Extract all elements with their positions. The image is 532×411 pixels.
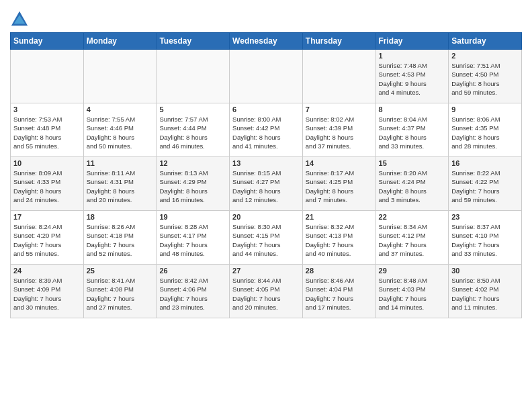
day-info: Sunrise: 8:34 AMSunset: 4:12 PMDaylight:… (379, 222, 446, 258)
week-row-4: 17Sunrise: 8:24 AMSunset: 4:20 PMDayligh… (11, 211, 522, 265)
day-info: Sunrise: 8:06 AMSunset: 4:35 PMDaylight:… (451, 115, 519, 150)
day-number: 19 (159, 213, 226, 221)
day-cell: 10Sunrise: 8:09 AMSunset: 4:33 PMDayligh… (11, 157, 84, 211)
header-cell-friday: Friday (375, 33, 449, 50)
week-row-3: 10Sunrise: 8:09 AMSunset: 4:33 PMDayligh… (11, 157, 522, 211)
logo (10, 10, 31, 29)
day-cell: 8Sunrise: 8:04 AMSunset: 4:37 PMDaylight… (375, 103, 449, 157)
header (10, 7, 522, 29)
day-info: Sunrise: 8:22 AMSunset: 4:22 PMDaylight:… (451, 169, 519, 204)
calendar-header: SundayMondayTuesdayWednesdayThursdayFrid… (11, 33, 522, 50)
day-cell: 13Sunrise: 8:15 AMSunset: 4:27 PMDayligh… (230, 157, 303, 211)
day-info: Sunrise: 8:46 AMSunset: 4:04 PMDaylight:… (306, 276, 373, 312)
day-info: Sunrise: 8:44 AMSunset: 4:05 PMDaylight:… (232, 276, 300, 312)
header-cell-wednesday: Wednesday (230, 33, 303, 50)
day-cell: 19Sunrise: 8:28 AMSunset: 4:17 PMDayligh… (157, 211, 230, 265)
day-cell: 28Sunrise: 8:46 AMSunset: 4:04 PMDayligh… (302, 265, 375, 318)
day-info: Sunrise: 8:02 AMSunset: 4:39 PMDaylight:… (306, 115, 373, 150)
day-number: 20 (232, 213, 300, 221)
header-cell-tuesday: Tuesday (157, 33, 230, 50)
day-cell: 2Sunrise: 7:51 AMSunset: 4:50 PMDaylight… (449, 50, 522, 103)
day-info: Sunrise: 8:00 AMSunset: 4:42 PMDaylight:… (232, 115, 300, 150)
day-cell: 3Sunrise: 7:53 AMSunset: 4:48 PMDaylight… (11, 103, 84, 157)
day-info: Sunrise: 8:32 AMSunset: 4:13 PMDaylight:… (306, 222, 373, 258)
day-cell: 6Sunrise: 8:00 AMSunset: 4:42 PMDaylight… (230, 103, 303, 157)
day-cell: 16Sunrise: 8:22 AMSunset: 4:22 PMDayligh… (449, 157, 522, 211)
day-number: 23 (451, 213, 519, 221)
day-number: 25 (87, 267, 154, 275)
day-number: 2 (451, 52, 519, 60)
logo-icon (10, 10, 29, 29)
day-number: 13 (232, 159, 300, 167)
day-info: Sunrise: 8:04 AMSunset: 4:37 PMDaylight:… (379, 115, 446, 150)
day-cell: 21Sunrise: 8:32 AMSunset: 4:13 PMDayligh… (302, 211, 375, 265)
day-cell: 29Sunrise: 8:48 AMSunset: 4:03 PMDayligh… (375, 265, 449, 318)
day-info: Sunrise: 7:57 AMSunset: 4:44 PMDaylight:… (159, 115, 226, 150)
day-cell: 25Sunrise: 8:41 AMSunset: 4:08 PMDayligh… (83, 265, 157, 318)
day-number: 16 (451, 159, 519, 167)
day-cell (157, 50, 230, 103)
header-cell-monday: Monday (83, 33, 157, 50)
header-cell-saturday: Saturday (449, 33, 522, 50)
day-cell: 15Sunrise: 8:20 AMSunset: 4:24 PMDayligh… (375, 157, 449, 211)
day-number: 10 (13, 159, 81, 167)
day-number: 15 (379, 159, 446, 167)
day-number: 18 (87, 213, 154, 221)
day-cell: 7Sunrise: 8:02 AMSunset: 4:39 PMDaylight… (302, 103, 375, 157)
day-cell: 5Sunrise: 7:57 AMSunset: 4:44 PMDaylight… (157, 103, 230, 157)
day-info: Sunrise: 8:30 AMSunset: 4:15 PMDaylight:… (232, 222, 300, 258)
day-number: 9 (451, 105, 519, 113)
day-cell (302, 50, 375, 103)
day-cell: 27Sunrise: 8:44 AMSunset: 4:05 PMDayligh… (230, 265, 303, 318)
calendar-body: 1Sunrise: 7:48 AMSunset: 4:53 PMDaylight… (11, 50, 522, 318)
day-number: 11 (87, 159, 154, 167)
day-info: Sunrise: 8:13 AMSunset: 4:29 PMDaylight:… (159, 169, 226, 204)
week-row-1: 1Sunrise: 7:48 AMSunset: 4:53 PMDaylight… (11, 50, 522, 103)
header-cell-thursday: Thursday (302, 33, 375, 50)
week-row-5: 24Sunrise: 8:39 AMSunset: 4:09 PMDayligh… (11, 265, 522, 318)
calendar-table: SundayMondayTuesdayWednesdayThursdayFrid… (10, 32, 522, 318)
day-info: Sunrise: 7:51 AMSunset: 4:50 PMDaylight:… (451, 61, 519, 97)
day-cell: 1Sunrise: 7:48 AMSunset: 4:53 PMDaylight… (375, 50, 449, 103)
day-number: 27 (232, 267, 300, 275)
day-info: Sunrise: 8:39 AMSunset: 4:09 PMDaylight:… (13, 276, 81, 312)
day-cell: 20Sunrise: 8:30 AMSunset: 4:15 PMDayligh… (230, 211, 303, 265)
day-number: 6 (232, 105, 300, 113)
day-info: Sunrise: 8:17 AMSunset: 4:25 PMDaylight:… (306, 169, 373, 204)
day-info: Sunrise: 8:11 AMSunset: 4:31 PMDaylight:… (87, 169, 154, 204)
day-cell: 24Sunrise: 8:39 AMSunset: 4:09 PMDayligh… (11, 265, 84, 318)
day-number: 21 (306, 213, 373, 221)
day-cell: 4Sunrise: 7:55 AMSunset: 4:46 PMDaylight… (83, 103, 157, 157)
day-info: Sunrise: 8:24 AMSunset: 4:20 PMDaylight:… (13, 222, 81, 258)
day-cell: 17Sunrise: 8:24 AMSunset: 4:20 PMDayligh… (11, 211, 84, 265)
header-cell-sunday: Sunday (11, 33, 84, 50)
day-number: 4 (87, 105, 154, 113)
day-info: Sunrise: 8:15 AMSunset: 4:27 PMDaylight:… (232, 169, 300, 204)
day-info: Sunrise: 8:28 AMSunset: 4:17 PMDaylight:… (159, 222, 226, 258)
day-cell (83, 50, 157, 103)
week-row-2: 3Sunrise: 7:53 AMSunset: 4:48 PMDaylight… (11, 103, 522, 157)
day-info: Sunrise: 7:53 AMSunset: 4:48 PMDaylight:… (13, 115, 81, 150)
day-info: Sunrise: 8:20 AMSunset: 4:24 PMDaylight:… (379, 169, 446, 204)
day-info: Sunrise: 8:26 AMSunset: 4:18 PMDaylight:… (87, 222, 154, 258)
day-number: 30 (451, 267, 519, 275)
day-info: Sunrise: 7:48 AMSunset: 4:53 PMDaylight:… (379, 61, 446, 97)
day-info: Sunrise: 8:41 AMSunset: 4:08 PMDaylight:… (87, 276, 154, 312)
day-cell (11, 50, 84, 103)
day-number: 8 (379, 105, 446, 113)
day-cell: 12Sunrise: 8:13 AMSunset: 4:29 PMDayligh… (157, 157, 230, 211)
day-number: 26 (159, 267, 226, 275)
day-number: 7 (306, 105, 373, 113)
day-info: Sunrise: 8:37 AMSunset: 4:10 PMDaylight:… (451, 222, 519, 258)
page-container: SundayMondayTuesdayWednesdayThursdayFrid… (0, 0, 532, 322)
day-info: Sunrise: 8:50 AMSunset: 4:02 PMDaylight:… (451, 276, 519, 312)
day-number: 12 (159, 159, 226, 167)
day-info: Sunrise: 8:48 AMSunset: 4:03 PMDaylight:… (379, 276, 446, 312)
day-cell: 9Sunrise: 8:06 AMSunset: 4:35 PMDaylight… (449, 103, 522, 157)
header-row: SundayMondayTuesdayWednesdayThursdayFrid… (11, 33, 522, 50)
day-number: 3 (13, 105, 81, 113)
day-info: Sunrise: 8:09 AMSunset: 4:33 PMDaylight:… (13, 169, 81, 204)
day-cell: 14Sunrise: 8:17 AMSunset: 4:25 PMDayligh… (302, 157, 375, 211)
day-number: 14 (306, 159, 373, 167)
day-number: 29 (379, 267, 446, 275)
